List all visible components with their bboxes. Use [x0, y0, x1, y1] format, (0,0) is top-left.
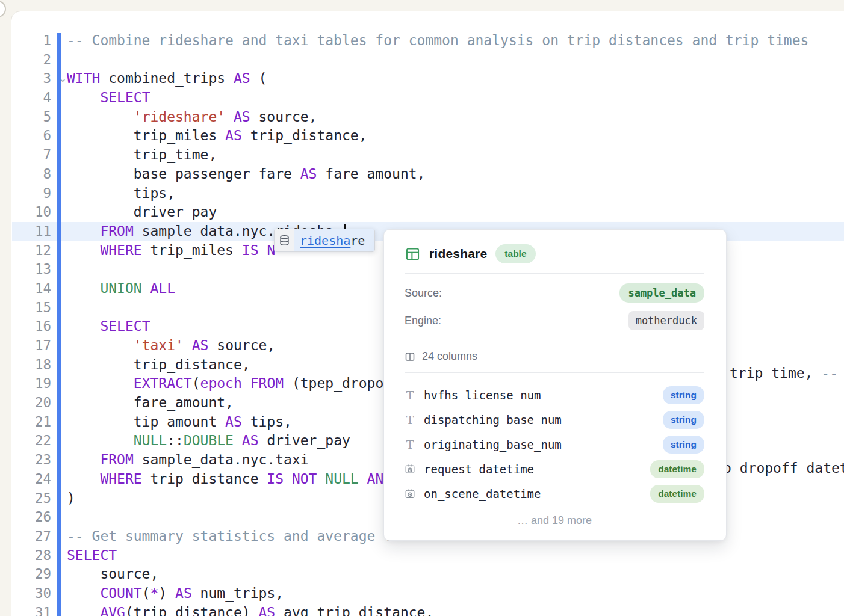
column-type-badge: string	[663, 436, 704, 454]
column-row[interactable]: on_scene_datetimedatetime	[405, 481, 704, 506]
code-line: 'rideshare' AS source,	[67, 108, 808, 127]
code-line: SELECT	[67, 546, 808, 565]
engine-value-badge: motherduck	[628, 311, 704, 330]
engine-label: Engine:	[405, 315, 441, 327]
line-number: 6	[15, 126, 51, 146]
code-line: source,	[67, 565, 808, 584]
calendar-clock-icon	[405, 463, 415, 475]
divider	[405, 273, 704, 274]
text-type-icon: T	[405, 438, 415, 451]
column-type-badge: string	[663, 411, 704, 429]
table-info-popup: rideshare table Source: sample_data Engi…	[383, 229, 727, 541]
code-line: WITH combined_trips AS (	[67, 69, 808, 88]
autocomplete-rest-text: re	[350, 233, 365, 248]
line-number: 29	[15, 565, 51, 584]
code-line: AVG(trip_distance) AS avg_trip_distance,	[67, 603, 808, 616]
column-type-badge: datetime	[650, 460, 704, 478]
line-number: 22	[15, 431, 51, 451]
line-number: 25	[15, 489, 51, 508]
code-fragment: p_dropoff_datet	[723, 459, 844, 478]
line-number: 23	[15, 451, 51, 470]
column-name: dispatching_base_num	[424, 413, 562, 427]
line-number: 7	[15, 146, 51, 165]
line-number: 20	[15, 393, 51, 413]
code-line	[67, 51, 808, 70]
line-number: 24	[15, 470, 51, 489]
line-number: 30	[15, 584, 51, 603]
columns-list: Thvfhs_license_numstringTdispatching_bas…	[405, 383, 704, 506]
popup-table-name: rideshare	[429, 247, 487, 261]
line-number: 18	[15, 356, 51, 375]
columns-count-label: 24 columns	[422, 350, 477, 363]
line-number-gutter: 1234567891011121314151617181920212223242…	[15, 31, 51, 616]
more-columns-label: … and 19 more	[405, 514, 704, 527]
engine-row: Engine: motherduck	[405, 311, 704, 330]
line-number: 2	[15, 51, 51, 70]
line-number: 12	[15, 241, 51, 260]
line-number: 11	[15, 222, 51, 241]
column-row[interactable]: request_datetimedatetime	[405, 457, 704, 481]
table-type-badge: table	[495, 244, 535, 263]
source-row: Source: sample_data	[405, 283, 704, 303]
line-number: 26	[15, 508, 51, 527]
column-type-badge: string	[663, 386, 704, 404]
code-line: SELECT	[67, 88, 808, 108]
autocomplete-item-rideshare[interactable]: rideshare	[294, 229, 374, 251]
code-line: driver_pay	[67, 203, 808, 222]
column-row[interactable]: Toriginating_base_numstring	[405, 432, 704, 457]
code-line: base_passenger_fare AS fare_amount,	[67, 165, 808, 184]
source-value-badge: sample_data	[619, 283, 704, 303]
code-fragment: trip_time, --	[730, 364, 838, 383]
columns-icon	[405, 351, 415, 362]
column-name: originating_base_num	[424, 438, 562, 451]
code-line: trip_time,	[67, 146, 808, 165]
code-line: COUNT(*) AS num_trips,	[67, 584, 808, 603]
line-number: 3	[15, 69, 51, 88]
line-number: 14	[15, 279, 51, 298]
line-number: 17	[15, 336, 51, 356]
collapsed-side-button[interactable]	[0, 1, 6, 17]
line-number: 10	[15, 203, 51, 222]
column-name: hvfhs_license_num	[424, 389, 541, 402]
code-line: trip_miles AS trip_distance,	[67, 126, 808, 146]
divider	[405, 372, 704, 373]
line-number: 15	[15, 298, 51, 318]
line-number: 13	[15, 260, 51, 279]
line-number: 21	[15, 413, 51, 432]
autocomplete-match-text: ridesha	[300, 233, 350, 248]
line-number: 9	[15, 184, 51, 203]
line-number: 4	[15, 88, 51, 108]
column-name: request_datetime	[424, 463, 534, 476]
autocomplete-tooltip: rideshare	[274, 229, 375, 252]
code-line: tips,	[67, 184, 808, 203]
line-number: 1	[15, 31, 51, 51]
column-name: on_scene_datetime	[424, 487, 541, 500]
line-number: 31	[15, 603, 51, 616]
column-row[interactable]: Tdispatching_base_numstring	[405, 407, 704, 432]
line-number: 27	[15, 527, 51, 546]
database-icon	[275, 229, 294, 251]
cell-selection-bar[interactable]	[57, 33, 61, 616]
column-type-badge: datetime	[650, 485, 704, 503]
text-type-icon: T	[405, 413, 415, 427]
column-row[interactable]: Thvfhs_license_numstring	[405, 383, 704, 407]
table-icon	[405, 246, 421, 262]
code-line: -- Combine rideshare and taxi tables for…	[67, 31, 808, 51]
line-number: 19	[15, 374, 51, 393]
calendar-clock-icon	[405, 488, 415, 499]
line-number: 8	[15, 165, 51, 184]
line-number: 16	[15, 317, 51, 336]
line-number: 28	[15, 546, 51, 565]
line-number: 5	[15, 108, 51, 127]
source-label: Source:	[405, 287, 442, 300]
divider	[405, 340, 704, 340]
text-type-icon: T	[405, 389, 415, 402]
